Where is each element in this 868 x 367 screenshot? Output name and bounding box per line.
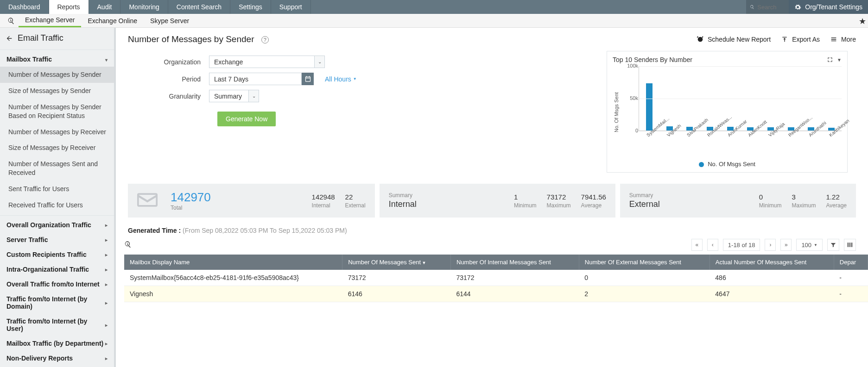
table-toolbar: « ‹ 1-18 of 18 › » 100▼	[116, 237, 868, 255]
tab-settings[interactable]: Settings	[230, 0, 271, 14]
sidebar-section[interactable]: Overall Traffic from/to Internet▸	[0, 277, 114, 292]
tab-monitoring[interactable]: Monitoring	[120, 0, 168, 14]
sidebar-item[interactable]: Number of Messages by Receiver	[0, 124, 114, 140]
sidebar-item[interactable]: Sent Traffic for Users	[0, 181, 114, 197]
sidebar-section[interactable]: Server Traffic▸	[0, 232, 114, 247]
internal-count-label: Internal	[312, 202, 335, 209]
filter-toggle-icon[interactable]	[4, 17, 19, 25]
expand-icon[interactable]	[827, 56, 833, 63]
help-icon[interactable]: ?	[261, 36, 269, 44]
columns-button[interactable]	[844, 239, 856, 251]
sidebar-header[interactable]: Email Traffic	[0, 28, 114, 48]
all-hours-link[interactable]: All Hours▼	[325, 75, 357, 83]
schedule-report-button[interactable]: Schedule New Report	[697, 36, 771, 43]
subtab-skype-server[interactable]: Skype Server	[144, 14, 196, 27]
chart-x-tick: ArunKumar	[727, 130, 748, 153]
period-label: Period	[128, 75, 209, 83]
page-prev-button[interactable]: ‹	[707, 239, 718, 251]
chart-x-tick: Vignesh	[666, 130, 687, 153]
all-hours-label: All Hours	[325, 75, 351, 83]
org-settings-button[interactable]: Org/Tenant Settings	[789, 0, 868, 14]
tab-reports[interactable]: Reports	[49, 0, 89, 14]
chevron-down-icon: ⌄	[314, 56, 324, 68]
sidebar-item[interactable]: Size of Messages by Receiver	[0, 140, 114, 156]
chevron-down-icon: ⌄	[248, 90, 259, 102]
org-select[interactable]: Exchange ⌄	[209, 56, 325, 68]
subtab-exchange-server[interactable]: Exchange Server	[19, 14, 81, 27]
sidebar-section[interactable]: Mailbox Traffic (by Department)▸	[0, 336, 114, 351]
page-size-select[interactable]: 100▼	[796, 239, 823, 251]
export-button[interactable]: Export As	[781, 36, 820, 43]
chevron-right-icon: ▸	[105, 323, 108, 328]
sidebar-item[interactable]: Number of Messages by Sender	[0, 67, 114, 83]
table-header[interactable]: Actual Number Of Messages Sent	[710, 255, 834, 270]
global-search-input[interactable]	[757, 4, 785, 11]
global-search[interactable]	[746, 0, 789, 14]
tab-content-search[interactable]: Content Search	[168, 0, 230, 14]
external-min: 0	[759, 193, 782, 201]
internal-avg: 7941.56	[581, 193, 606, 201]
subtab-exchange-online[interactable]: Exchange Online	[81, 14, 144, 27]
table-cell: -	[834, 286, 868, 302]
chart-menu-button[interactable]: ▼	[837, 57, 842, 62]
table-row[interactable]: Vignesh6146614424647-	[124, 286, 868, 302]
page-first-button[interactable]: «	[691, 239, 703, 251]
legend-dot-icon	[699, 162, 704, 167]
external-max-label: Maximum	[792, 202, 816, 209]
sidebar-item[interactable]: Number of Messages by Sender Based on Re…	[0, 99, 114, 124]
gear-icon	[794, 4, 801, 11]
external-min-label: Minimum	[759, 202, 782, 209]
chart-title: Top 10 Senders By Number	[613, 56, 692, 63]
summary-external-title: External	[629, 199, 660, 209]
table-row[interactable]: SystemMailbox{56acc4c8-eb25-4181-91f6-e3…	[124, 270, 868, 286]
internal-max-label: Maximum	[547, 202, 571, 209]
tab-support[interactable]: Support	[271, 0, 311, 14]
table-header[interactable]: Number Of Messages Sent	[342, 255, 451, 270]
page-last-button[interactable]: »	[780, 239, 792, 251]
export-label: Export As	[792, 36, 820, 43]
generate-button[interactable]: Generate Now	[217, 112, 276, 126]
chart-bar[interactable]	[646, 83, 653, 131]
table-cell: 6146	[342, 286, 451, 302]
back-arrow-icon[interactable]	[6, 35, 13, 42]
more-button[interactable]: More	[830, 36, 856, 43]
org-settings-label: Org/Tenant Settings	[805, 3, 862, 11]
generated-time: Generated Time : (From Sep 08,2022 05:03…	[116, 223, 868, 237]
sidebar-section[interactable]: Intra-Organizational Traffic▸	[0, 262, 114, 277]
total-value: 142970	[171, 190, 211, 205]
sidebar-section[interactable]: Custom Recipients Traffic▸	[0, 247, 114, 262]
sidebar-item[interactable]: Number of Messages Sent and Received	[0, 156, 114, 181]
table-search-icon[interactable]	[124, 241, 132, 248]
tab-audit[interactable]: Audit	[89, 0, 121, 14]
chevron-right-icon: ▸	[105, 252, 108, 257]
summary-row: 142970 Total 142948Internal 22External S…	[116, 184, 868, 223]
table-header[interactable]: Number Of External Messages Sent	[579, 255, 710, 270]
table-cell: 73172	[451, 270, 579, 286]
filter-button[interactable]	[827, 239, 839, 251]
summary-small-label: Summary	[629, 192, 660, 199]
table-header[interactable]: Number Of Internal Messages Sent	[451, 255, 579, 270]
internal-max: 73172	[547, 193, 571, 201]
sidebar-title: Email Traffic	[18, 33, 63, 43]
chart-legend: No. Of Msgs Sent	[613, 161, 842, 168]
page-next-button[interactable]: ›	[765, 239, 776, 251]
sidebar-item[interactable]: Received Traffic for Users	[0, 197, 114, 213]
table-header[interactable]: Depar	[834, 255, 868, 270]
section-mailbox-traffic[interactable]: Mailbox Traffic ▾	[0, 52, 114, 67]
favorite-icon[interactable]: ★	[859, 16, 866, 26]
sidebar-item[interactable]: Size of Messages by Sender	[0, 83, 114, 99]
table-header[interactable]: Mailbox Display Name	[124, 255, 342, 270]
sidebar-section[interactable]: Non-Delivery Reports▸	[0, 351, 114, 366]
schedule-report-label: Schedule New Report	[708, 36, 771, 43]
period-select[interactable]: Last 7 Days	[209, 73, 302, 85]
granularity-select[interactable]: Summary ⌄	[209, 90, 259, 102]
summary-internal-card: Summary Internal 1Minimum 73172Maximum 7…	[380, 184, 615, 218]
sidebar-section[interactable]: Overall Organization Traffic▸	[0, 218, 114, 232]
chart-x-tick: Arunthathi	[808, 130, 829, 153]
sidebar-section[interactable]: Traffic from/to Internet (by Domain)▸	[0, 292, 114, 314]
tab-dashboard[interactable]: Dashboard	[0, 0, 49, 14]
table-cell: 4647	[710, 286, 834, 302]
summary-total-card: 142970 Total 142948Internal 22External	[128, 184, 375, 218]
sidebar-section[interactable]: Traffic from/to Internet (by User)▸	[0, 314, 114, 336]
calendar-button[interactable]	[302, 73, 314, 85]
